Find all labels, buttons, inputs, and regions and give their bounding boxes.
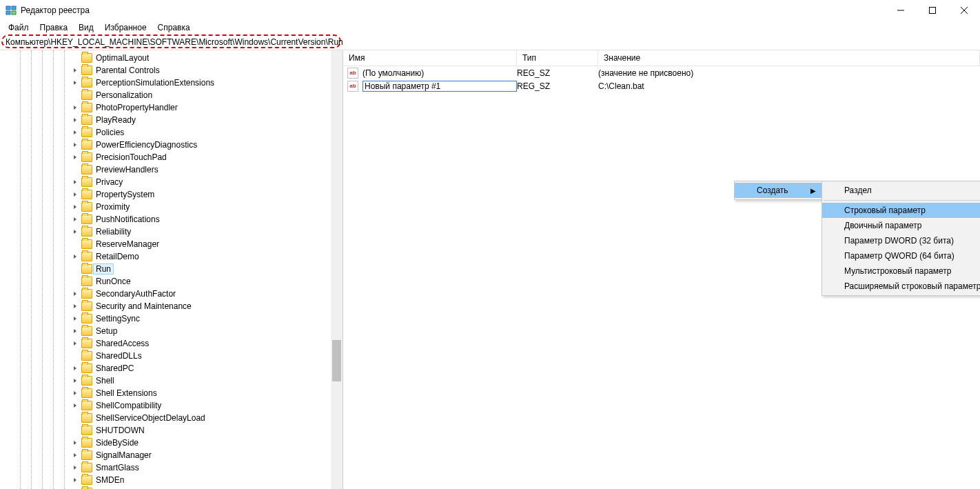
address-path: Компьютер\HKEY_LOCAL_MACHINE\SOFTWARE\Mi… [6,37,343,47]
expander-icon[interactable] [72,116,80,124]
menu-view[interactable]: Вид [74,21,98,34]
tree-item[interactable]: Policies [0,126,343,139]
folder-icon [81,314,92,323]
expander-icon[interactable] [72,228,80,236]
tree-item[interactable]: SideBySide [0,437,343,449]
tree-item[interactable]: Shell Extensions [0,387,343,399]
tree-item[interactable]: RetailDemo [0,250,343,263]
tree-item[interactable]: PropertySystem [0,188,343,201]
tree-item[interactable]: SHUTDOWN [0,424,343,437]
tree-item[interactable]: SMI [0,486,343,489]
menu-help[interactable]: Справка [154,21,194,34]
folder-icon [81,264,92,274]
header-value[interactable]: Значение [598,50,980,66]
ctx-new-key[interactable]: Раздел [822,183,980,198]
list-row[interactable]: ab(По умолчанию)REG_SZ(значение не присв… [343,66,980,79]
expander-icon[interactable] [72,103,80,112]
tree-item[interactable]: SmartGlass [0,461,343,474]
address-bar[interactable]: Компьютер\HKEY_LOCAL_MACHINE\SOFTWARE\Mi… [1,34,341,48]
expander-icon[interactable] [72,290,80,298]
tree-item[interactable]: Run [0,263,343,275]
context-submenu-new: Раздел Строковый параметр Двоичный парам… [821,181,980,296]
tree-item-label: SecondaryAuthFactor [96,289,176,299]
expander-icon[interactable] [72,401,80,410]
tree-item-label: SignalManager [96,450,152,460]
expander-icon[interactable] [72,66,80,74]
expander-icon[interactable] [72,327,80,335]
tree-item[interactable]: SharedAccess [0,337,343,350]
expander-icon[interactable] [72,79,80,87]
minimize-button[interactable] [885,0,917,21]
expander-icon[interactable] [72,215,80,223]
ctx-new-binary[interactable]: Двоичный параметр [822,218,980,233]
expander-icon[interactable] [72,451,80,459]
maximize-button[interactable] [917,0,948,21]
tree-item[interactable]: Parental Controls [0,64,343,77]
header-type[interactable]: Тип [517,50,598,66]
value-name[interactable]: Новый параметр #1 [363,81,517,92]
menu-file[interactable]: Файл [4,21,33,34]
tree-item[interactable]: SecondaryAuthFactor [0,288,343,300]
list-row[interactable]: abНовый параметр #1REG_SZC:\Clean.bat [343,79,980,92]
folder-icon [81,152,92,162]
tree-item[interactable]: SettingSync [0,312,343,325]
expander-icon[interactable] [72,315,80,323]
tree-item[interactable]: ReserveManager [0,238,343,250]
ctx-new-dword[interactable]: Параметр DWORD (32 бита) [822,233,980,248]
expander-icon[interactable] [72,190,80,199]
expander-icon[interactable] [72,439,80,447]
expander-icon[interactable] [72,339,80,348]
tree-item[interactable]: PowerEfficiencyDiagnostics [0,139,343,151]
tree-scrollbar[interactable] [331,50,343,489]
expander-icon[interactable] [72,178,80,186]
expander-icon[interactable] [72,252,80,261]
tree-item[interactable]: PushNotifications [0,213,343,226]
expander-icon[interactable] [72,476,80,484]
tree-item[interactable]: Proximity [0,201,343,213]
expander-icon[interactable] [72,377,80,385]
close-button[interactable] [948,0,980,21]
expander-icon[interactable] [72,203,80,211]
expander-icon[interactable] [72,153,80,161]
tree-item[interactable]: Privacy [0,176,343,188]
tree-item[interactable]: SMDEn [0,474,343,486]
tree-item[interactable]: SignalManager [0,449,343,461]
expander-icon[interactable] [72,141,80,149]
expander-icon[interactable] [72,463,80,472]
tree-item[interactable]: Reliability [0,226,343,238]
tree-item-label: Run [93,263,114,275]
header-name[interactable]: Имя [343,50,517,66]
tree-item[interactable]: Setup [0,325,343,337]
tree-item[interactable]: ShellServiceObjectDelayLoad [0,412,343,424]
tree-item[interactable]: SharedPC [0,362,343,375]
tree-item[interactable]: PhotoPropertyHandler [0,101,343,114]
menu-favorites[interactable]: Избранное [101,21,151,34]
expander-icon[interactable] [72,364,80,372]
titlebar-left: Редактор реестра [6,5,90,16]
tree-item-label: PowerEfficiencyDiagnostics [96,140,197,150]
tree-item[interactable]: SharedDLLs [0,350,343,362]
tree-item[interactable]: RunOnce [0,275,343,288]
tree-item[interactable]: Personalization [0,89,343,101]
tree-item[interactable]: PrecisionTouchPad [0,151,343,163]
tree-item[interactable]: OptimalLayout [0,52,343,64]
tree-item[interactable]: Security and Maintenance [0,300,343,312]
ctx-new-expand[interactable]: Расширяемый строковый параметр [822,279,980,294]
menu-edit[interactable]: Правка [36,21,72,34]
tree-item[interactable]: PreviewHandlers [0,163,343,176]
ctx-new-qword[interactable]: Параметр QWORD (64 бита) [822,248,980,263]
ctx-new-multi[interactable]: Мультистроковый параметр [822,263,980,279]
tree-item[interactable]: PlayReady [0,114,343,126]
tree-item[interactable]: Shell [0,375,343,387]
expander-icon[interactable] [72,302,80,310]
expander-icon[interactable] [72,128,80,137]
tree-item[interactable]: ShellCompatibility [0,399,343,412]
ctx-create[interactable]: Создать ▶ [735,183,821,198]
value-name: (По умолчанию) [363,68,517,78]
folder-icon [81,78,92,88]
expander-icon[interactable] [72,389,80,397]
tree-item[interactable]: PerceptionSimulationExtensions [0,77,343,89]
scrollbar-thumb[interactable] [332,340,341,381]
ctx-new-string[interactable]: Строковый параметр [822,203,980,218]
tree[interactable]: OptimalLayoutParental ControlsPerception… [0,50,343,489]
